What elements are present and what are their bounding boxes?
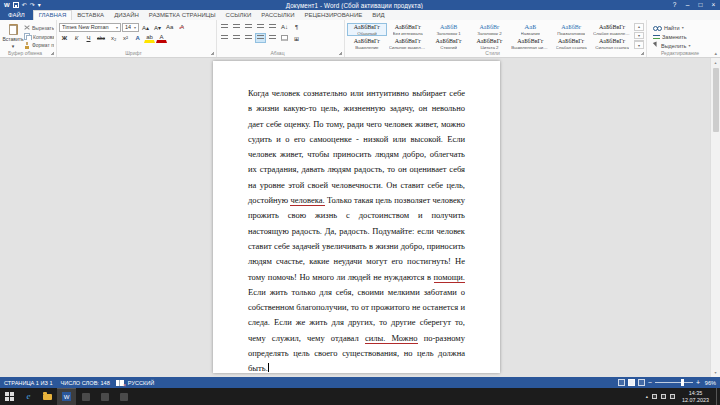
style-card[interactable]: АаБбВвГгВыделение bbox=[347, 37, 387, 49]
multilevel-list-button[interactable] bbox=[243, 22, 254, 32]
proofing-status-icon[interactable] bbox=[116, 380, 124, 386]
align-center-button[interactable] bbox=[231, 33, 242, 43]
ribbon-tab-insert[interactable]: ВСТАВКА bbox=[72, 10, 109, 20]
style-card[interactable]: АаБбВгПодзаголовок bbox=[551, 23, 591, 36]
decrease-indent-button[interactable] bbox=[255, 22, 266, 32]
taskbar-file-explorer-icon[interactable] bbox=[38, 388, 57, 405]
copy-button[interactable]: Копировать bbox=[24, 33, 54, 41]
read-mode-button[interactable] bbox=[618, 379, 625, 386]
styles-gallery-more-button[interactable]: ▾ bbox=[634, 40, 644, 49]
ribbon-tab-file[interactable]: ФАЙЛ bbox=[0, 10, 33, 20]
line-spacing-button[interactable] bbox=[267, 33, 278, 43]
save-button[interactable] bbox=[13, 2, 19, 8]
maximize-button[interactable]: □ bbox=[694, 0, 707, 10]
undo-button[interactable]: ↶ bbox=[22, 0, 27, 10]
bold-button[interactable]: Ж bbox=[59, 33, 70, 43]
zoom-slider-thumb[interactable] bbox=[681, 379, 684, 386]
borders-button[interactable]: ⊞ bbox=[291, 33, 302, 43]
ribbon-tab-references[interactable]: ССЫЛКИ bbox=[221, 10, 257, 20]
replace-button[interactable]: Заменить bbox=[653, 33, 690, 40]
style-card[interactable]: АаБбВгЗаголовок 2 bbox=[470, 23, 510, 36]
vertical-scrollbar[interactable]: ▴ ▾ bbox=[710, 58, 720, 377]
format-painter-button[interactable]: Формат по образцу bbox=[24, 41, 54, 49]
scroll-down-arrow-icon[interactable]: ▾ bbox=[711, 368, 720, 377]
taskbar-word-icon[interactable]: W bbox=[57, 388, 76, 405]
close-button[interactable]: × bbox=[707, 0, 720, 10]
cut-button[interactable]: Вырезать bbox=[24, 24, 54, 32]
clipboard-dialog-launcher[interactable] bbox=[50, 51, 54, 55]
redo-button[interactable]: ↷ bbox=[30, 0, 35, 10]
pilcrow-button[interactable]: ¶ bbox=[291, 22, 302, 32]
collapse-ribbon-button[interactable]: ▴ bbox=[714, 50, 717, 56]
styles-scroll-down-button[interactable]: ▾ bbox=[634, 32, 644, 40]
select-button[interactable]: Выделить▾ bbox=[653, 42, 690, 49]
action-center-icon[interactable] bbox=[652, 394, 657, 399]
show-desktop-button[interactable] bbox=[716, 388, 720, 405]
sort-button[interactable]: А↓ bbox=[279, 22, 290, 32]
bullets-button[interactable] bbox=[219, 22, 230, 32]
font-size-combo[interactable]: 14 ▾ bbox=[122, 23, 139, 32]
help-button[interactable]: ? bbox=[668, 0, 681, 10]
style-card[interactable]: АаБбВвГгСлабое выделение bbox=[592, 23, 632, 36]
italic-button[interactable]: К bbox=[71, 33, 82, 43]
taskbar-ie-icon[interactable]: e bbox=[19, 388, 38, 405]
grow-font-button[interactable]: А▴ bbox=[140, 22, 151, 32]
zoom-level[interactable]: 96% bbox=[703, 380, 716, 386]
zoom-slider[interactable] bbox=[655, 382, 693, 383]
shading-button[interactable] bbox=[279, 33, 290, 43]
shrink-font-button[interactable]: А▾ bbox=[152, 22, 163, 32]
zoom-out-button[interactable]: − bbox=[648, 377, 652, 388]
page-indicator[interactable]: СТРАНИЦА 1 ИЗ 1 bbox=[0, 380, 57, 386]
taskbar-clock[interactable]: 14:35 12.07.2023 bbox=[679, 390, 712, 403]
hidden-icons-chevron-icon[interactable]: ▴ bbox=[646, 394, 648, 399]
increase-indent-button[interactable] bbox=[267, 22, 278, 32]
font-name-combo[interactable]: Times New Roman ▾ bbox=[59, 23, 121, 32]
zoom-in-button[interactable]: + bbox=[696, 377, 700, 388]
web-layout-button[interactable] bbox=[638, 379, 645, 386]
numbering-button[interactable] bbox=[231, 22, 242, 32]
highlight-button[interactable]: ab bbox=[144, 33, 155, 43]
align-right-button[interactable] bbox=[243, 33, 254, 43]
style-card[interactable]: АаБбВЗаголовок 1 bbox=[429, 23, 469, 36]
styles-scroll-up-button[interactable]: ▴ bbox=[634, 23, 644, 31]
taskbar-app-icon-2[interactable] bbox=[95, 388, 114, 405]
ribbon-tab-review[interactable]: РЕЦЕНЗИРОВАНИЕ bbox=[300, 10, 368, 20]
strikethrough-button[interactable]: abc bbox=[95, 33, 107, 43]
document-paragraph[interactable]: Когда человек сознательно или интуитивно… bbox=[248, 86, 465, 377]
ribbon-tab-design[interactable]: ДИЗАЙН bbox=[109, 10, 144, 20]
style-card[interactable]: АаБбВвГгСтрогий bbox=[429, 37, 469, 49]
network-icon[interactable] bbox=[661, 394, 666, 399]
ribbon-tab-home[interactable]: ГЛАВНАЯ bbox=[33, 10, 73, 20]
style-card[interactable]: АаБбВвГгБез интервала bbox=[388, 23, 428, 36]
minimize-button[interactable]: – bbox=[681, 0, 694, 10]
style-card[interactable]: АаБбВвГгОбычный bbox=[347, 23, 387, 36]
superscript-button[interactable]: x² bbox=[120, 33, 131, 43]
ribbon-tab-view[interactable]: ВИД bbox=[367, 10, 389, 20]
clear-formatting-button[interactable]: А bbox=[176, 22, 187, 32]
word-count[interactable]: ЧИСЛО СЛОВ: 148 bbox=[57, 380, 114, 386]
language-indicator[interactable]: РУССКИЙ bbox=[124, 380, 159, 386]
taskbar-app-icon-3[interactable] bbox=[114, 388, 133, 405]
ribbon-tab-page-layout[interactable]: РАЗМЕТКА СТРАНИЦЫ bbox=[144, 10, 221, 20]
start-button[interactable] bbox=[0, 388, 19, 405]
paragraph-dialog-launcher[interactable] bbox=[338, 51, 342, 55]
volume-icon[interactable] bbox=[670, 394, 675, 399]
find-button[interactable]: Найти▾ bbox=[653, 24, 690, 31]
change-case-button[interactable]: Аа bbox=[164, 22, 175, 32]
style-card[interactable]: АаБбВвГгЦитата 2 bbox=[470, 37, 510, 49]
taskbar-app-icon-1[interactable] bbox=[76, 388, 95, 405]
font-color-button[interactable]: А bbox=[156, 33, 167, 43]
subscript-button[interactable]: x₂ bbox=[108, 33, 119, 43]
paste-button[interactable]: Вставить ▾ bbox=[2, 22, 24, 49]
print-layout-button[interactable] bbox=[628, 379, 635, 386]
scroll-up-arrow-icon[interactable]: ▴ bbox=[711, 58, 720, 67]
justify-button[interactable] bbox=[255, 33, 266, 43]
style-card[interactable]: АаБНазвание bbox=[510, 23, 550, 36]
style-card[interactable]: АаБбВвГгСильная ссылка bbox=[592, 37, 632, 49]
align-left-button[interactable] bbox=[219, 33, 230, 43]
style-card[interactable]: АаБбВвГгВыделенная цитата bbox=[510, 37, 550, 49]
ribbon-tab-mailings[interactable]: РАССЫЛКИ bbox=[256, 10, 299, 20]
style-card[interactable]: АаБбВвГгСлабая ссылка bbox=[551, 37, 591, 49]
styles-dialog-launcher[interactable] bbox=[640, 51, 644, 55]
scrollbar-thumb[interactable] bbox=[713, 68, 719, 132]
